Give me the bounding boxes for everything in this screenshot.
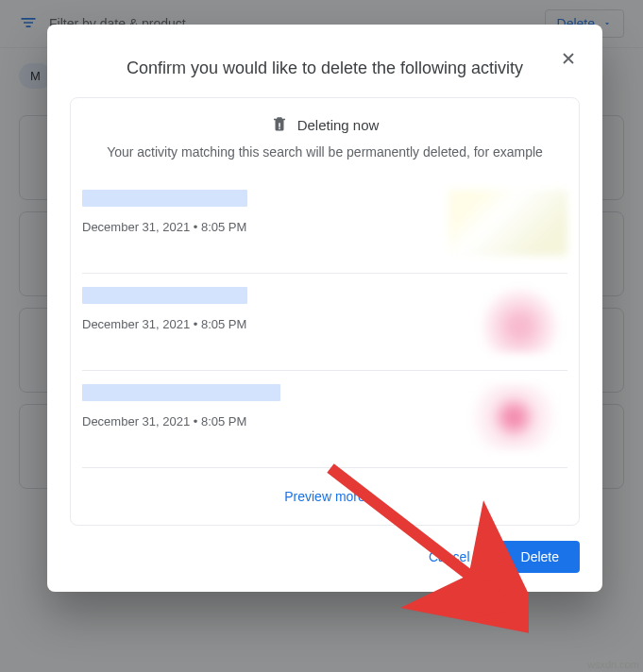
- modal-title: Confirm you would like to delete the fol…: [47, 25, 602, 97]
- confirm-delete-modal: Confirm you would like to delete the fol…: [47, 25, 602, 592]
- close-button[interactable]: [551, 42, 585, 76]
- activity-title-redacted: [82, 384, 280, 401]
- activity-thumbnail: [448, 190, 567, 256]
- modal-actions: Cancel Delete: [47, 526, 602, 582]
- trash-icon: [271, 115, 288, 135]
- svg-rect-1: [279, 128, 280, 130]
- activity-title-redacted: [82, 190, 247, 207]
- deleting-label: Deleting now: [297, 117, 380, 133]
- svg-rect-0: [279, 123, 280, 127]
- activity-list: December 31, 2021 • 8:05 PM December 31,…: [82, 176, 567, 468]
- activity-thumbnail: [448, 384, 567, 450]
- watermark: wsxdn.com: [587, 659, 639, 670]
- activity-title-redacted: [82, 287, 247, 304]
- cancel-button[interactable]: Cancel: [408, 541, 491, 573]
- activity-timestamp: December 31, 2021 • 8:05 PM: [82, 220, 448, 234]
- activity-item: December 31, 2021 • 8:05 PM: [82, 371, 567, 468]
- activity-item: December 31, 2021 • 8:05 PM: [82, 176, 567, 274]
- activity-timestamp: December 31, 2021 • 8:05 PM: [82, 414, 448, 428]
- modal-body: Deleting now Your activity matching this…: [70, 97, 580, 526]
- activity-thumbnail: [448, 287, 567, 353]
- activity-item: December 31, 2021 • 8:05 PM: [82, 274, 567, 371]
- modal-subtext: Your activity matching this search will …: [82, 144, 567, 160]
- preview-more-button[interactable]: Preview more: [82, 468, 567, 525]
- deleting-now-row: Deleting now: [82, 115, 567, 135]
- delete-button[interactable]: Delete: [500, 541, 580, 573]
- activity-timestamp: December 31, 2021 • 8:05 PM: [82, 317, 448, 331]
